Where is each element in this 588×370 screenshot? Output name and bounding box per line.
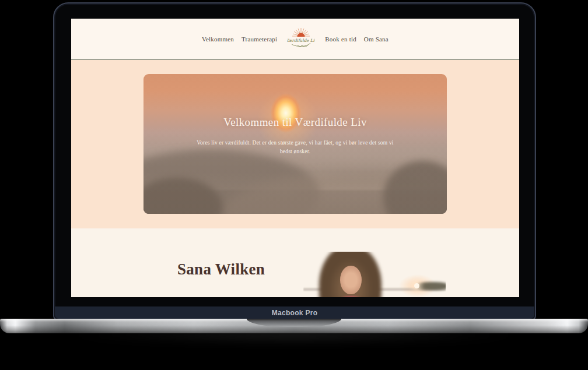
browser-viewport: Velkommen Traumeterapi xyxy=(71,19,519,297)
logo-text: Værdifulde Liv xyxy=(287,37,315,43)
hero-title: Velkommen til Værdifulde Liv xyxy=(144,116,447,129)
nav-link-om-sana[interactable]: Om Sana xyxy=(364,36,388,43)
laptop-lid-notch xyxy=(247,319,341,327)
site-logo[interactable]: Værdifulde Liv xyxy=(287,27,315,51)
device-label: Macbook Pro xyxy=(272,309,318,317)
hero-section: Velkommen til Værdifulde Liv Vores liv e… xyxy=(71,60,519,228)
bezel-bottom-bar: Macbook Pro xyxy=(55,306,534,319)
sun-icon xyxy=(298,33,305,37)
macbook-screen-bezel: Velkommen Traumeterapi xyxy=(53,2,536,320)
site-header: Velkommen Traumeterapi xyxy=(71,19,519,59)
sana-portrait-photo xyxy=(303,252,446,297)
hero-sunset-image: Velkommen til Værdifulde Liv Vores liv e… xyxy=(144,74,447,214)
scene: Velkommen Traumeterapi xyxy=(0,0,588,370)
logo-flourish-icon xyxy=(292,43,310,47)
hero-copy: Velkommen til Værdifulde Liv Vores liv e… xyxy=(144,116,447,156)
about-section: Sana Wilken xyxy=(71,228,519,297)
nav-link-velkommen[interactable]: Velkommen xyxy=(202,36,234,43)
nav-link-traumeterapi[interactable]: Traumeterapi xyxy=(242,36,277,43)
nav-link-book-en-tid[interactable]: Book en tid xyxy=(325,36,356,43)
about-heading: Sana Wilken xyxy=(177,260,265,279)
hero-subtitle: Vores liv er værdifuldt. Det er den stør… xyxy=(196,139,394,156)
person-face xyxy=(340,266,362,294)
photo-treeline xyxy=(417,282,446,290)
laptop-base xyxy=(0,319,588,333)
